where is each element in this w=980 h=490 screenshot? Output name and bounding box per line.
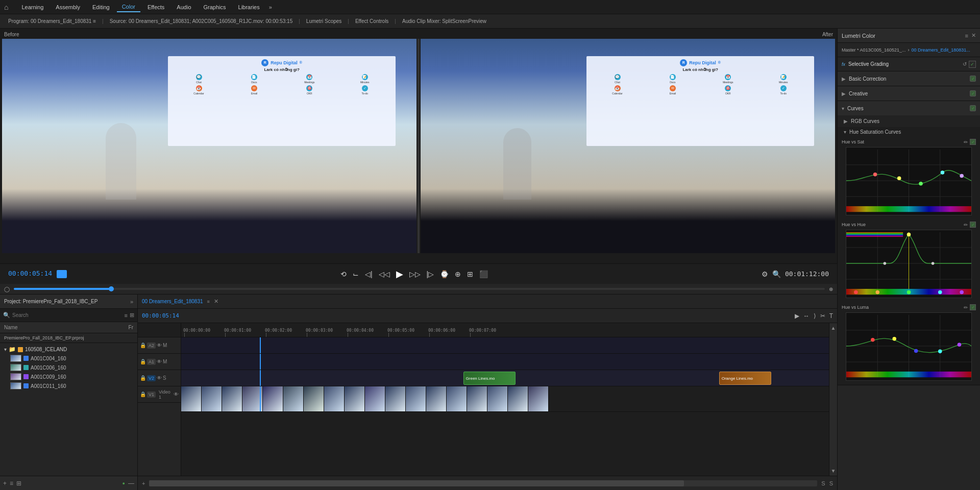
tab-program[interactable]: Program: 00 Dreamers_Edit_180831 ≡ [4,17,100,26]
eye-v1-icon[interactable]: 👁 [174,391,179,397]
zoom-in-icon[interactable]: S [829,480,833,486]
menu-learning[interactable]: Learning [16,3,48,12]
tab-source[interactable]: Source: 00 Dreamers_Edit_180831; A002C00… [106,17,297,26]
hue-vs-luma-graph[interactable] [846,312,972,381]
solo-v2-icon[interactable]: S [163,375,166,381]
solo-a1-icon[interactable]: M [163,359,167,364]
hue-vs-sat-checkbox[interactable]: ✓ [970,139,976,145]
new-item-btn[interactable]: + [3,480,7,487]
project-panel-expand[interactable]: » [130,299,133,305]
curves-header[interactable]: ▾ Curves ✓ [838,101,980,115]
track-a1[interactable] [181,354,837,370]
tl-tool-ripple[interactable]: ⟩ [814,312,816,320]
track-a2[interactable] [181,337,837,354]
menu-more[interactable]: » [269,4,272,10]
scroll-down-icon[interactable]: ▼ [831,468,836,474]
fx-toggle-checkbox[interactable]: ✓ [969,61,976,68]
curves-checkbox[interactable]: ✓ [970,105,976,111]
clip-orange-lines[interactable]: Orange Lines.mo [719,372,772,385]
settings-icon[interactable]: ⚙ [762,270,768,278]
scroll-up-icon[interactable]: ▲ [831,325,836,331]
icon-btn[interactable]: ⊞ [16,480,21,487]
add-track-icon[interactable]: + [142,480,145,486]
eye-v2-icon[interactable]: 👁 [157,375,162,381]
timeline-scrollbar[interactable]: ▲ ▼ [829,323,837,476]
export-button[interactable]: ⊞ [467,270,473,278]
menu-audio[interactable]: Audio [172,3,196,12]
menu-editing[interactable]: Editing [87,3,115,12]
settings-button[interactable]: ⬛ [479,270,488,278]
tl-tool-select[interactable]: ▶ [795,312,799,320]
lumetri-options-icon[interactable]: ≡ [965,33,968,39]
menu-libraries[interactable]: Libraries [233,3,265,12]
rewind-button[interactable]: ◁◁ [379,270,390,278]
timecode-display[interactable]: 00:00:05:14 [8,270,67,278]
tl-tool-track-select[interactable]: ↔ [803,312,810,320]
scrubber-right-icon[interactable]: ⊕ [829,286,833,292]
track-v2[interactable]: Green Lines.mo Orange Lines.mo [181,370,837,386]
hue-vs-hue-graph[interactable] [846,230,972,298]
tree-item-a001c004[interactable]: A001C004_160 [0,354,137,363]
search-input[interactable] [12,312,122,318]
hue-sat-header[interactable]: ▾ Hue Saturation Curves [838,127,980,137]
hue-vs-hue-eyedropper[interactable]: ✏ [964,222,968,228]
list-view-icon[interactable]: ≡ [125,312,128,318]
tree-folder-iceland[interactable]: ▾ 📁 160508_ICELAND [0,345,137,354]
tree-item-a001c011[interactable]: A001C011_160 [0,381,137,390]
zoom-icon[interactable]: 🔍 [772,270,781,278]
basic-correction-header[interactable]: ▶ Basic Correction ✓ [838,71,980,86]
menu-effects[interactable]: Effects [142,3,169,12]
tl-tool-razor[interactable]: ✂ [820,312,825,320]
home-icon[interactable]: ⌂ [4,3,8,11]
menu-graphics[interactable]: Graphics [199,3,231,12]
tree-item-a001c009[interactable]: A001C009_160 [0,372,137,381]
fast-forward-button[interactable]: ▷▷ [409,270,421,278]
loop-button[interactable]: ⟲ [340,270,347,278]
timeline-close[interactable]: ✕ [214,298,218,305]
step-back-button[interactable]: ◁| [365,270,373,278]
basic-correction-checkbox[interactable]: ✓ [970,76,976,82]
step-fwd-button[interactable]: |▷ [427,270,434,278]
tab-audio-clip-mixer[interactable]: Audio Clip Mixer: SplitScreenPreview [398,17,491,26]
hue-vs-sat-graph[interactable] [846,147,972,215]
tl-tool-text[interactable]: T [829,312,833,320]
timeline-zoom-bar[interactable] [149,480,817,486]
lock-v2-icon[interactable]: 🔒 [140,375,146,381]
current-timecode[interactable]: 00:00:05:14 [8,270,52,277]
zoom-out-icon[interactable]: S [821,480,825,486]
hue-vs-hue-checkbox[interactable]: ✓ [970,222,976,228]
tree-item-a001c006[interactable]: A001C006_160 [0,363,137,372]
creative-checkbox[interactable]: ✓ [970,90,976,96]
hue-vs-luma-eyedropper[interactable]: ✏ [964,305,968,310]
timeline-timecode[interactable]: 00:00:05:14 [142,312,179,319]
solo-a2-icon[interactable]: M [163,342,167,348]
track-v1[interactable] [181,386,837,412]
scrubber-track[interactable] [14,288,825,290]
scrubber-left-icon[interactable]: ◯ [4,286,10,292]
lock-a2-icon[interactable]: 🔒 [140,342,146,348]
lock-v1-icon[interactable]: 🔒 [140,391,146,397]
hue-vs-sat-eyedropper[interactable]: ✏ [964,139,968,145]
mark-out-button[interactable]: ⌚ [440,270,449,278]
lumetri-close-icon[interactable]: ✕ [971,32,976,39]
mark-in-button[interactable]: ⌙ [353,270,359,278]
active-clip-value[interactable]: 00 Dreamers_Edit_180831... [912,47,976,53]
list-btn[interactable]: ≡ [10,480,13,487]
menu-assembly[interactable]: Assembly [51,3,85,12]
play-button[interactable]: ▶ [396,268,403,280]
creative-header[interactable]: ▶ Creative ✓ [838,86,980,101]
hue-vs-luma-checkbox[interactable]: ✓ [970,304,976,310]
scrubber-thumb[interactable] [109,286,114,291]
rgb-curves-header[interactable]: ▶ RGB Curves [838,116,980,126]
lock-a1-icon[interactable]: 🔒 [140,359,146,364]
menu-color[interactable]: Color [117,2,140,12]
eye-a1-icon[interactable]: 👁 [157,359,162,364]
preview-separator[interactable] [418,39,420,253]
insert-button[interactable]: ⊕ [455,270,461,278]
preview-panel-right[interactable]: R Repu Digital ® Lark có những gì? 💬Chat… [421,39,835,253]
eye-a2-icon[interactable]: 👁 [157,342,162,348]
grid-view-icon[interactable]: ⊞ [130,312,134,318]
timeline-ruler[interactable]: 00:00:00:00 00:00:01:00 00:00:02:00 [181,323,837,337]
clip-green-lines[interactable]: Green Lines.mo [463,372,516,385]
timeline-scrubber[interactable]: ◯ ⊕ [0,284,837,294]
